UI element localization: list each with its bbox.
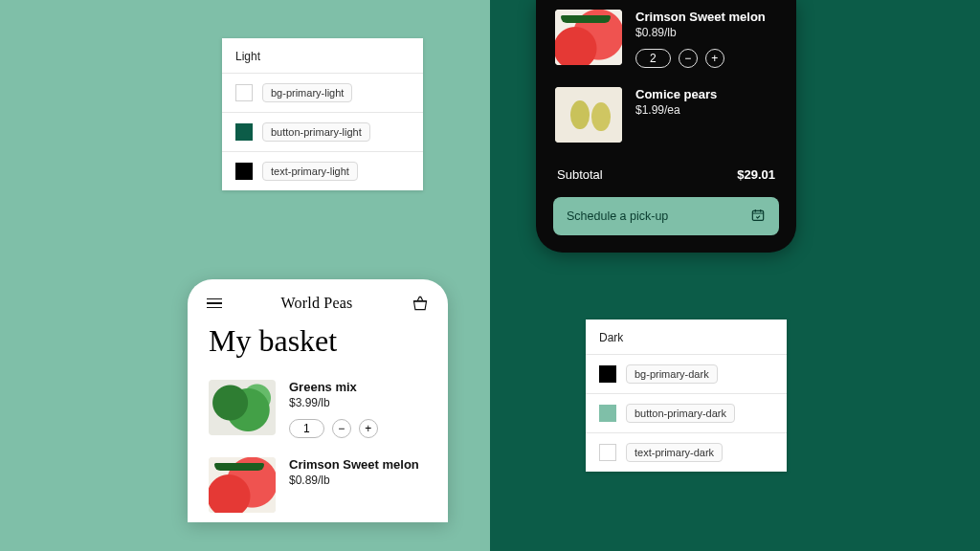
basket-item: Crimson Sweet melon $0.89/lb [188,448,448,522]
qty-increase-button[interactable]: + [705,49,724,68]
palette-title: Dark [586,320,787,354]
palette-row[interactable]: text-primary-dark [586,432,787,472]
product-price: $1.99/ea [635,103,777,117]
product-name: Crimson Sweet melon [289,457,427,472]
swatch [599,405,616,422]
palette-title: Light [222,38,423,73]
hamburger-icon[interactable] [207,296,222,312]
swatch [235,84,253,101]
product-thumb [555,10,622,65]
qty-value[interactable]: 2 [635,49,671,68]
phone-preview-dark: Crimson Sweet melon $0.89/lb 2 − + Comic… [536,0,796,253]
swatch [235,163,253,180]
basket-item: Greens mix $3.99/lb 1 − + [188,370,448,448]
product-price: $0.89/lb [289,474,427,487]
basket-item: Crimson Sweet melon $0.89/lb 2 − + [536,0,796,77]
swatch [235,123,253,141]
schedule-pickup-button[interactable]: Schedule a pick-up [553,197,779,235]
phone-preview-light: World Peas My basket Greens mix $3.99/lb… [188,279,448,522]
palette-card-light: Light bg-primary-light button-primary-li… [222,38,423,190]
basket-icon[interactable] [412,296,429,311]
token-chip[interactable]: text-primary-dark [626,443,723,462]
palette-row[interactable]: button-primary-light [222,112,423,151]
product-name: Crimson Sweet melon [635,10,777,24]
token-chip[interactable]: bg-primary-light [262,83,352,102]
product-thumb [209,457,276,513]
token-chip[interactable]: button-primary-dark [626,404,735,423]
palette-row[interactable]: text-primary-light [222,151,423,190]
basket-item: Comice pears $1.99/ea [536,77,796,152]
qty-value[interactable]: 1 [289,419,324,438]
palette-row[interactable]: button-primary-dark [586,393,787,432]
product-price: $0.89/lb [635,26,777,39]
brand-title: World Peas [281,295,353,312]
palette-row[interactable]: bg-primary-light [222,73,423,112]
token-chip[interactable]: button-primary-light [262,122,370,142]
palette-row[interactable]: bg-primary-dark [586,354,787,393]
swatch [599,444,616,461]
page-title: My basket [188,316,448,370]
swatch [599,365,616,383]
product-thumb [555,87,622,143]
product-price: $3.99/lb [289,396,427,409]
product-name: Comice pears [635,87,777,101]
subtotal-label: Subtotal [557,167,603,182]
qty-decrease-button[interactable]: − [679,49,698,68]
product-thumb [209,380,276,435]
token-chip[interactable]: bg-primary-dark [626,364,718,384]
product-name: Greens mix [289,380,427,394]
cta-label: Schedule a pick-up [567,209,668,223]
palette-card-dark: Dark bg-primary-dark button-primary-dark… [586,320,787,472]
qty-increase-button[interactable]: + [359,419,378,438]
token-chip[interactable]: text-primary-light [262,162,358,181]
subtotal-row: Subtotal $29.01 [536,152,796,193]
subtotal-value: $29.01 [737,167,775,182]
calendar-icon [750,208,766,226]
svg-rect-0 [752,210,763,220]
qty-decrease-button[interactable]: − [332,419,351,438]
